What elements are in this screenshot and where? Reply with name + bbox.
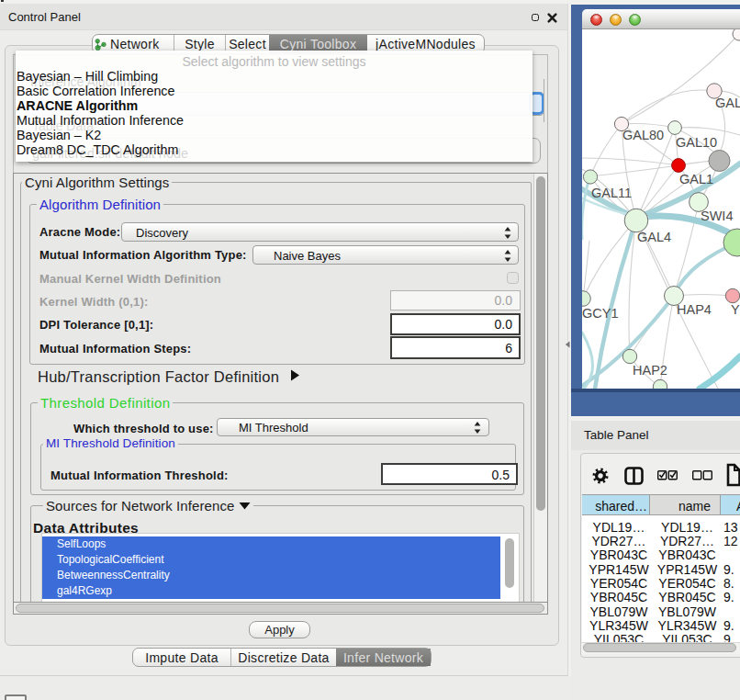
svg-text:GAL10: GAL10 xyxy=(676,135,717,150)
svg-text:HAP4: HAP4 xyxy=(677,302,712,317)
svg-text:GAL11: GAL11 xyxy=(591,186,632,200)
svg-text:Y: Y xyxy=(731,302,740,317)
svg-text:SWI4: SWI4 xyxy=(701,209,733,223)
svg-text:GAL1: GAL1 xyxy=(679,172,713,186)
svg-text:GAL80: GAL80 xyxy=(622,128,664,142)
svg-text:GAL4: GAL4 xyxy=(637,230,671,244)
svg-text:GCY1: GCY1 xyxy=(582,306,619,321)
svg-text:GAL7: GAL7 xyxy=(715,96,740,110)
svg-text:HAP2: HAP2 xyxy=(633,363,667,378)
